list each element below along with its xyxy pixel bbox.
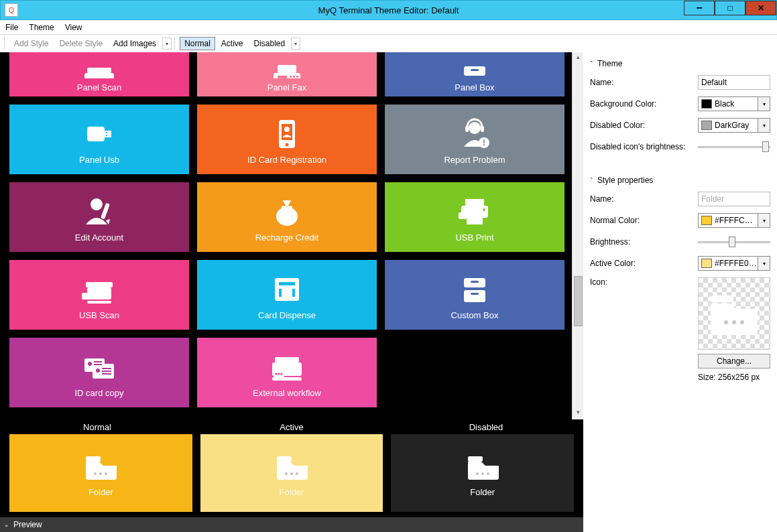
tile-recharge-credit[interactable]: Recharge Credit — [197, 182, 377, 252]
tile-panel-scan[interactable]: Panel Scan — [9, 52, 189, 96]
disabledcolor-label: Disabled Color: — [590, 121, 645, 130]
tile-usb-scan[interactable]: USB Scan — [9, 260, 189, 330]
close-button[interactable] — [745, 1, 776, 15]
theme-section-header[interactable]: ˄ Theme — [590, 59, 770, 68]
activecolor-combo[interactable]: #FFFFE085 ▾ — [698, 256, 770, 271]
moneybag-icon — [267, 192, 307, 230]
tile-label: Report Problem — [444, 155, 505, 165]
svg-rect-64 — [94, 364, 102, 365]
tile-panel-usb[interactable]: Panel Usb — [9, 105, 189, 174]
box-icon — [455, 270, 495, 308]
fax-icon — [267, 60, 307, 80]
svg-point-30 — [284, 127, 290, 132]
chevron-up-icon: ˄ — [590, 177, 593, 184]
state-active-button[interactable]: Active — [217, 37, 248, 50]
disabledcolor-combo[interactable]: DarkGray ▾ — [698, 118, 770, 133]
add-images-button[interactable]: Add Images — [109, 37, 161, 50]
scroll-thumb[interactable] — [574, 276, 583, 326]
bgcolor-text: Black — [715, 99, 758, 109]
chevron-down-icon[interactable]: ▾ — [758, 257, 770, 270]
preview-footer[interactable]: ⌄ Preview — [0, 517, 583, 532]
svg-rect-12 — [296, 76, 298, 78]
tile-panel-box[interactable]: Panel Box — [385, 52, 564, 96]
usb-print-icon — [455, 192, 495, 230]
preview-labels: Normal Active Disabled — [0, 419, 583, 434]
svg-rect-88 — [711, 295, 733, 302]
tile-id-card-copy[interactable]: ID card copy — [9, 338, 189, 407]
tile-label: Card Dispense — [258, 310, 316, 320]
theme-name-input[interactable] — [698, 75, 770, 90]
scroll-down-icon[interactable]: ▾ — [577, 409, 580, 419]
svg-point-31 — [286, 143, 289, 146]
tile-custom-box[interactable]: Custom Box — [385, 260, 564, 330]
minimize-button[interactable] — [684, 1, 715, 15]
disabled-brightness-slider[interactable] — [698, 139, 770, 154]
svg-rect-50 — [82, 293, 90, 300]
scroll-up-icon[interactable]: ▴ — [577, 54, 580, 64]
bgcolor-swatch — [701, 99, 712, 109]
svg-point-77 — [94, 472, 97, 475]
svg-rect-34 — [481, 126, 484, 132]
tile-card-dispense[interactable]: Card Dispense — [197, 260, 377, 330]
svg-rect-45 — [459, 212, 467, 219]
svg-rect-46 — [467, 214, 470, 217]
add-style-button[interactable]: Add Style — [9, 37, 53, 50]
change-icon-button[interactable]: Change... — [698, 354, 770, 369]
style-section-label: Style properties — [597, 176, 653, 185]
svg-rect-43 — [467, 218, 483, 224]
preview-tile-disabled[interactable]: Folder — [391, 434, 574, 512]
chevron-down-icon[interactable]: ▾ — [758, 214, 770, 227]
style-section-header[interactable]: ˄ Style properties — [590, 176, 770, 185]
box-icon — [455, 60, 495, 80]
tile-id-card-registration[interactable]: ID Card Registration — [197, 105, 377, 174]
idcard-phone-icon — [267, 115, 307, 152]
delete-style-button[interactable]: Delete Style — [54, 37, 107, 50]
tile-external-workflow[interactable]: External workflow — [197, 338, 377, 407]
preview-tile-active[interactable]: Folder — [200, 434, 383, 512]
folder-icon — [463, 450, 503, 487]
menu-file[interactable]: File — [0, 21, 23, 34]
tile-usb-print[interactable]: USB Print — [385, 182, 564, 252]
tile-panel-fax[interactable]: Panel Fax — [197, 52, 377, 96]
svg-point-65 — [96, 369, 100, 373]
support-icon: ! — [455, 115, 495, 152]
maximize-button[interactable] — [715, 1, 745, 15]
bgcolor-combo[interactable]: Black ▾ — [698, 96, 770, 111]
svg-rect-26 — [106, 132, 107, 133]
tile-label: Panel Fax — [267, 82, 307, 92]
normalcolor-combo[interactable]: #FFFFCC33 ▾ — [698, 213, 770, 228]
svg-point-44 — [483, 208, 485, 211]
brightness-slider[interactable] — [698, 235, 770, 249]
scroll-track[interactable] — [573, 64, 583, 409]
app-icon: Q — [5, 3, 18, 17]
disabled-brightness-label: Disabled icon's brightness: — [590, 142, 685, 151]
chevron-down-icon[interactable]: ▾ — [758, 97, 770, 111]
tile-edit-account[interactable]: Edit Account — [9, 182, 189, 252]
folder-icon — [80, 450, 121, 487]
style-name-label: Name: — [590, 194, 613, 204]
tile-report-problem[interactable]: !Report Problem — [385, 105, 564, 174]
window-title: MyQ Terminal Theme Editor: Default — [1, 5, 776, 15]
activecolor-swatch — [701, 259, 712, 268]
chevron-down-icon[interactable]: ▾ — [758, 119, 770, 132]
preview-footer-label: Preview — [13, 520, 42, 529]
svg-rect-68 — [102, 373, 111, 375]
normalcolor-text: #FFFFCC33 — [715, 216, 758, 225]
svg-rect-7 — [278, 65, 296, 73]
preview-label-disabled: Disabled — [389, 419, 583, 434]
add-images-dropdown-icon[interactable]: ▾ — [162, 38, 172, 50]
tile-label: USB Print — [455, 232, 493, 243]
properties-panel: ˄ Theme Name: Background Color: Black ▾ … — [583, 52, 777, 532]
state-dropdown-icon[interactable]: ▾ — [291, 38, 300, 50]
style-name-input[interactable] — [698, 192, 770, 206]
brightness-label: Brightness: — [590, 237, 630, 247]
activecolor-text: #FFFFE085 — [715, 259, 758, 268]
menu-theme[interactable]: Theme — [23, 21, 59, 34]
state-disabled-button[interactable]: Disabled — [249, 37, 290, 50]
preview-label-normal: Normal — [0, 419, 194, 434]
state-normal-button[interactable]: Normal — [180, 37, 215, 50]
menu-view[interactable]: View — [60, 21, 88, 34]
vertical-scrollbar[interactable]: ▴ ▾ — [572, 52, 583, 419]
svg-point-78 — [99, 472, 102, 475]
preview-tile-normal[interactable]: Folder — [9, 434, 192, 512]
